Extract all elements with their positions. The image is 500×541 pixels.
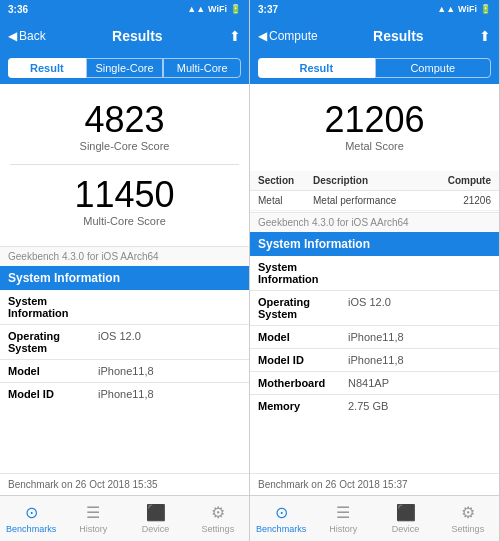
left-time: 3:36 xyxy=(8,4,28,15)
right-memory-val: 2.75 GB xyxy=(348,400,491,412)
right-motherboard-row: Motherboard N841AP xyxy=(250,372,499,395)
right-time: 3:37 xyxy=(258,4,278,15)
right-settings-icon: ⚙ xyxy=(461,503,475,522)
right-metal-compute: 21206 xyxy=(441,195,491,206)
right-share-icon[interactable]: ⬆ xyxy=(479,28,491,44)
right-benchmarks-label: Benchmarks xyxy=(256,524,306,534)
right-tab-device[interactable]: ⬛ Device xyxy=(375,496,437,541)
left-benchmarks-label: Benchmarks xyxy=(6,524,56,534)
left-status-icons: ▲▲ WiFi 🔋 xyxy=(187,4,241,14)
right-history-label: History xyxy=(329,524,357,534)
right-tab-benchmarks[interactable]: ⊙ Benchmarks xyxy=(250,496,312,541)
right-nav-title: Results xyxy=(373,28,424,44)
right-model-key: Model xyxy=(258,331,348,343)
right-info-table: System Information Operating System iOS … xyxy=(250,256,499,417)
left-model-key: Model xyxy=(8,365,98,377)
right-settings-label: Settings xyxy=(452,524,485,534)
left-nav-title: Results xyxy=(112,28,163,44)
left-tab-settings[interactable]: ⚙ Settings xyxy=(187,496,249,541)
left-share-icon[interactable]: ⬆ xyxy=(229,28,241,44)
right-metal-score-block: 21206 Metal Score xyxy=(260,94,489,160)
left-settings-label: Settings xyxy=(202,524,235,534)
right-metal-desc: Metal performance xyxy=(313,195,441,206)
left-benchmark-footer: Benchmark on 26 Oct 2018 15:35 xyxy=(0,473,249,495)
left-info-label-row: System Information xyxy=(0,290,249,325)
right-col-section-header: Section xyxy=(258,175,313,186)
right-tab-history[interactable]: ☰ History xyxy=(312,496,374,541)
right-motherboard-key: Motherboard xyxy=(258,377,348,389)
right-metal-row: Metal Metal performance 21206 xyxy=(250,191,499,211)
left-info-label: System Information xyxy=(8,295,98,319)
right-results-table: Section Description Compute Metal Metal … xyxy=(250,171,499,211)
right-metal-score: 21206 xyxy=(260,102,489,138)
right-score-section: 21206 Metal Score xyxy=(250,84,499,170)
right-scroll: 21206 Metal Score Section Description Co… xyxy=(250,84,499,495)
left-device-label: Device xyxy=(142,524,170,534)
right-results-header: Section Description Compute xyxy=(250,171,499,191)
right-device-label: Device xyxy=(392,524,420,534)
right-modelid-row: Model ID iPhone11,8 xyxy=(250,349,499,372)
left-multi-core-block: 11450 Multi-Core Score xyxy=(10,169,239,235)
left-score-section: 4823 Single-Core Score 11450 Multi-Core … xyxy=(0,84,249,245)
left-tab-device[interactable]: ⬛ Device xyxy=(125,496,187,541)
right-memory-row: Memory 2.75 GB xyxy=(250,395,499,417)
right-nav-bar: ◀ Compute Results ⬆ xyxy=(250,18,499,54)
right-motherboard-val: N841AP xyxy=(348,377,491,389)
right-col-compute-header: Compute xyxy=(441,175,491,186)
left-single-core-label: Single-Core Score xyxy=(10,140,239,152)
left-segment-result[interactable]: Result xyxy=(8,58,86,78)
left-history-label: History xyxy=(79,524,107,534)
left-device-icon: ⬛ xyxy=(146,503,166,522)
left-model-val: iPhone11,8 xyxy=(98,365,241,377)
left-segment-bar: Result Single-Core Multi-Core xyxy=(0,54,249,84)
right-os-key: Operating System xyxy=(258,296,348,320)
right-history-icon: ☰ xyxy=(336,503,350,522)
left-info-table: System Information Operating System iOS … xyxy=(0,290,249,405)
left-segment-singlecore[interactable]: Single-Core xyxy=(86,58,164,78)
right-back-button[interactable]: ◀ Compute xyxy=(258,29,318,43)
right-tab-settings[interactable]: ⚙ Settings xyxy=(437,496,499,541)
right-status-icons: ▲▲ WiFi 🔋 xyxy=(437,4,491,14)
right-metal-section: Metal xyxy=(258,195,313,206)
left-single-core-block: 4823 Single-Core Score xyxy=(10,94,239,160)
left-tab-history[interactable]: ☰ History xyxy=(62,496,124,541)
right-modelid-val: iPhone11,8 xyxy=(348,354,491,366)
right-memory-key: Memory xyxy=(258,400,348,412)
right-status-bar: 3:37 ▲▲ WiFi 🔋 xyxy=(250,0,499,18)
right-panel: 3:37 ▲▲ WiFi 🔋 ◀ Compute Results ⬆ Resul… xyxy=(250,0,500,541)
right-modelid-key: Model ID xyxy=(258,354,348,366)
left-status-bar: 3:36 ▲▲ WiFi 🔋 xyxy=(0,0,249,18)
left-tab-bar: ⊙ Benchmarks ☰ History ⬛ Device ⚙ Settin… xyxy=(0,495,249,541)
left-panel: 3:36 ▲▲ WiFi 🔋 ◀ Back Results ⬆ Result S… xyxy=(0,0,250,541)
left-segment-multicore[interactable]: Multi-Core xyxy=(163,58,241,78)
right-system-info-header: System Information xyxy=(250,232,499,256)
left-settings-icon: ⚙ xyxy=(211,503,225,522)
right-segment-compute[interactable]: Compute xyxy=(375,58,492,78)
right-os-val: iOS 12.0 xyxy=(348,296,491,308)
left-os-key: Operating System xyxy=(8,330,98,354)
right-tab-bar: ⊙ Benchmarks ☰ History ⬛ Device ⚙ Settin… xyxy=(250,495,499,541)
left-os-val: iOS 12.0 xyxy=(98,330,241,342)
left-scroll: 4823 Single-Core Score 11450 Multi-Core … xyxy=(0,84,249,495)
left-tab-benchmarks[interactable]: ⊙ Benchmarks xyxy=(0,496,62,541)
left-modelid-row: Model ID iPhone11,8 xyxy=(0,383,249,405)
left-benchmarks-icon: ⊙ xyxy=(25,503,38,522)
left-os-row: Operating System iOS 12.0 xyxy=(0,325,249,360)
left-multi-core-score: 11450 xyxy=(10,177,239,213)
left-single-core-score: 4823 xyxy=(10,102,239,138)
right-model-row: Model iPhone11,8 xyxy=(250,326,499,349)
right-os-row: Operating System iOS 12.0 xyxy=(250,291,499,326)
left-back-button[interactable]: ◀ Back xyxy=(8,29,46,43)
right-segment-bar: Result Compute xyxy=(250,54,499,84)
right-geekbench-version: Geekbench 4.3.0 for iOS AArch64 xyxy=(250,212,499,232)
left-system-info-header: System Information xyxy=(0,266,249,290)
right-model-val: iPhone11,8 xyxy=(348,331,491,343)
left-modelid-key: Model ID xyxy=(8,388,98,400)
left-geekbench-version: Geekbench 4.3.0 for iOS AArch64 xyxy=(0,246,249,266)
right-metal-label: Metal Score xyxy=(260,140,489,152)
right-benchmark-footer: Benchmark on 26 Oct 2018 15:37 xyxy=(250,473,499,495)
right-col-desc-header: Description xyxy=(313,175,441,186)
right-segment-result[interactable]: Result xyxy=(258,58,375,78)
right-benchmarks-icon: ⊙ xyxy=(275,503,288,522)
left-modelid-val: iPhone11,8 xyxy=(98,388,241,400)
